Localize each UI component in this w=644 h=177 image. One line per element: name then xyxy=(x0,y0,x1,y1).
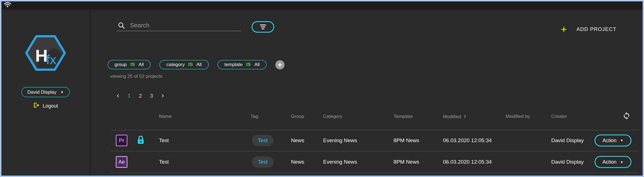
page-button-2[interactable]: 2 xyxy=(137,91,144,100)
column-header-group[interactable]: Group xyxy=(291,114,304,119)
user-menu-dropdown[interactable]: David Display ▼ xyxy=(21,87,70,97)
group-value: News xyxy=(291,137,304,144)
lock-icon xyxy=(138,135,144,146)
logout-icon xyxy=(33,102,39,110)
modified-value: 06.03.2020 12:05:34 xyxy=(443,159,492,165)
chip-field: template xyxy=(224,62,243,67)
user-menu-label: David Display xyxy=(27,89,56,95)
modified-value: 06.03.2020 12:05:34 xyxy=(443,137,492,144)
creator-value: David Display xyxy=(551,137,584,144)
filter-chip-group[interactable]: group IS All xyxy=(108,60,151,69)
template-value: 8PM News xyxy=(394,137,419,144)
action-dropdown-button[interactable]: Action ▼ xyxy=(595,134,631,146)
filter-chip-template[interactable]: template IS All xyxy=(217,60,267,69)
chip-value: All xyxy=(254,62,260,67)
template-value: 8PM News xyxy=(394,159,419,165)
table-header-row: Name Tag Group Category Template Modifie… xyxy=(90,109,643,124)
add-project-button[interactable]: + ADD PROJECT xyxy=(561,24,616,35)
action-label: Action xyxy=(603,159,617,165)
logout-label: Logout xyxy=(42,103,58,109)
tag-pill[interactable]: Test xyxy=(252,135,274,146)
filter-list-button[interactable] xyxy=(252,21,274,33)
filter-chip-category[interactable]: category IS All xyxy=(159,60,209,69)
chevron-down-icon: ▼ xyxy=(60,90,64,94)
filter-list-icon xyxy=(260,25,266,29)
project-name: Test xyxy=(159,137,169,144)
search-input[interactable] xyxy=(117,20,241,31)
chip-value: All xyxy=(196,62,202,67)
column-header-name[interactable]: Name xyxy=(159,114,172,119)
sort-arrow-icon: ↑ xyxy=(464,114,466,119)
add-project-label: ADD PROJECT xyxy=(576,26,616,32)
premiere-app-icon: Pr xyxy=(116,135,127,146)
project-name: Test xyxy=(159,159,169,165)
column-header-creator[interactable]: Creator xyxy=(551,114,567,119)
plus-icon: + xyxy=(561,25,567,33)
add-filter-button[interactable]: + xyxy=(275,60,285,69)
after-effects-app-icon: Ae xyxy=(116,156,127,168)
column-header-tag[interactable]: Tag xyxy=(250,114,258,119)
category-value: Evening News xyxy=(323,159,357,165)
chip-operator: IS xyxy=(130,62,135,67)
main-content: + ADD PROJECT group IS All category IS A… xyxy=(90,9,643,176)
chevron-down-icon: ▼ xyxy=(620,139,624,142)
action-label: Action xyxy=(603,137,617,143)
chevron-down-icon: ▼ xyxy=(620,160,624,164)
column-header-modified-by[interactable]: Modified by xyxy=(506,114,530,119)
column-header-modified[interactable]: Modified↑ xyxy=(443,114,466,120)
tag-pill[interactable]: Test xyxy=(252,156,274,168)
filter-chips-row: group IS All category IS All template IS… xyxy=(108,60,285,69)
column-header-template[interactable]: Template xyxy=(394,114,413,119)
logo-letters-fx: fx xyxy=(46,52,56,67)
category-value: Evening News xyxy=(323,137,357,144)
pagination: ‹ 1 2 3 › xyxy=(114,91,166,100)
chip-operator: IS xyxy=(246,62,251,67)
refresh-icon[interactable] xyxy=(622,112,631,121)
page-button-3[interactable]: 3 xyxy=(148,91,155,100)
modified-header-label: Modified xyxy=(443,114,461,119)
viewing-count-text: viewing 25 of 52 projects xyxy=(110,74,162,79)
prev-page-chevron[interactable]: ‹ xyxy=(114,91,122,100)
wifi-icon xyxy=(4,2,11,9)
action-dropdown-button[interactable]: Action ▼ xyxy=(595,156,631,168)
search-bar xyxy=(117,20,241,31)
creator-value: David Display xyxy=(551,159,584,165)
chip-field: category xyxy=(166,62,184,67)
logout-button[interactable]: Logout xyxy=(33,102,58,110)
chip-value: All xyxy=(139,62,144,67)
column-header-category[interactable]: Category xyxy=(323,114,342,119)
page-button-1[interactable]: 1 xyxy=(126,91,133,100)
app-logo-hexagon: H fx xyxy=(25,35,67,72)
app-window: H fx David Display ▼ Logout xyxy=(0,0,644,177)
chip-field: group xyxy=(115,62,127,67)
sidebar: H fx David Display ▼ Logout xyxy=(1,9,90,176)
chip-operator: IS xyxy=(188,62,193,67)
table-row[interactable]: Pr Test Test News Evening News 8PM News … xyxy=(90,130,643,151)
top-status-bar xyxy=(1,1,643,9)
group-value: News xyxy=(291,159,304,165)
table-row[interactable]: Ae Test Test News Evening News 8PM News … xyxy=(90,151,643,173)
next-page-chevron[interactable]: › xyxy=(159,91,166,100)
